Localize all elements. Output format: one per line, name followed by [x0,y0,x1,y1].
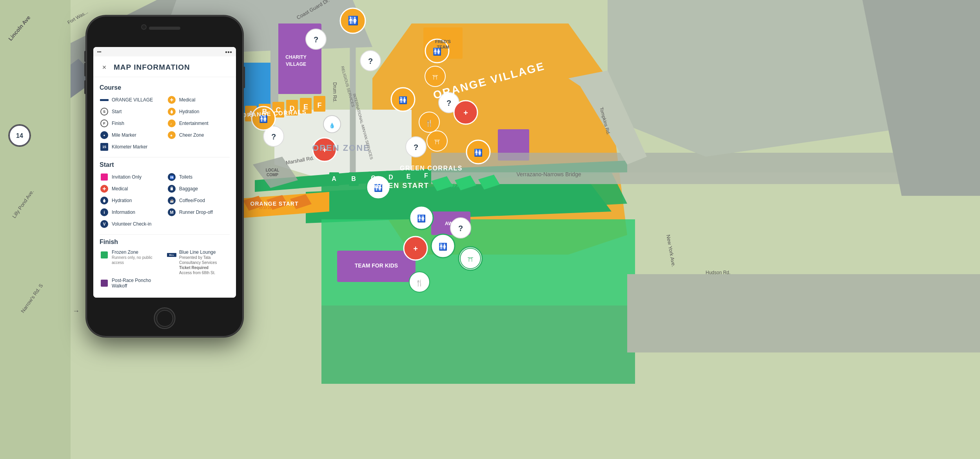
svg-text:LOCAL: LOCAL [266,168,279,172]
start-icon: S [100,107,109,116]
map-info-panel[interactable]: × MAP INFORMATION Course ORANGE V [93,56,236,298]
legend-finish: F Finish [100,119,162,128]
svg-text:+: + [463,108,468,117]
legend-baggage: Baggage [167,184,230,193]
frozen-zone-sub: Runners only, no public access [112,255,162,265]
divider-1 [100,157,230,157]
svg-text:B: B [262,108,267,116]
svg-text:CHARITY: CHARITY [285,54,306,60]
post-race-label: Post-Race Poncho Walkoff [112,278,162,289]
close-button[interactable]: × [100,63,109,72]
svg-text:B: B [351,175,356,182]
entertainment-icon: ♪ [167,119,176,128]
post-race-icon [100,278,109,288]
svg-text:🚻: 🚻 [439,242,448,251]
legend-medical-start: Medical [100,184,162,193]
svg-marker-26 [627,274,980,352]
svg-text:C: C [371,175,376,181]
legend-km-marker: 15 Kilometer Marker [100,142,162,152]
km-marker-icon: 15 [100,142,109,152]
svg-text:Verrazano-Narrows Bridge: Verrazano-Narrows Bridge [517,171,581,177]
coffee-food-label: Coffee/Food [179,198,205,203]
svg-text:?: ? [446,99,451,107]
medical-start-label: Medical [112,186,128,192]
cheer-zone-icon: ★ [167,130,176,140]
information-icon: i [100,208,109,217]
marathon-route-label: ORANGE VILLAGE [112,97,153,103]
mute-button [84,51,86,62]
svg-text:🚻: 🚻 [170,175,174,179]
volume-up-button [84,63,86,76]
status-signal: ●●● [225,50,232,54]
svg-text:⛩: ⛩ [468,256,474,263]
svg-text:A: A [332,175,336,182]
svg-text:C: C [276,106,281,114]
svg-text:E: E [407,173,411,180]
svg-text:🚻: 🚻 [399,96,408,105]
svg-rect-144 [171,187,172,188]
status-bar: ••• ●●● [93,47,236,56]
baggage-icon [167,184,176,193]
legend-cheer-zone: ★ Cheer Zone [167,130,230,140]
svg-text:⛩: ⛩ [434,139,440,145]
runner-dropoff-icon: M [167,208,176,217]
legend-coffee-food: ☕ Coffee/Food [167,196,230,205]
svg-text:GREEN CORRALS: GREEN CORRALS [400,165,463,172]
svg-text:VILLAGE: VILLAGE [286,61,306,67]
coffee-food-icon: ☕ [167,196,176,205]
frozen-zone-label: Frozen Zone [112,249,162,255]
hydration-icon [167,107,176,116]
finish-legend: Frozen Zone Runners only, no public acce… [100,249,230,289]
panel-header: × MAP INFORMATION [93,56,236,77]
invitation-only-label: Invitation Only [112,174,142,180]
home-button-inner [156,310,173,327]
volunteer-icon: V [100,219,109,229]
km-marker-label: Kilometer Marker [112,144,147,150]
svg-text:?: ? [414,143,418,152]
svg-text:?: ? [458,224,463,233]
home-button[interactable] [154,307,176,329]
legend-marathon-route: ORANGE VILLAGE [100,95,162,105]
legend-blue-line: BLL Blue Line Lounge Presented by Tata C… [167,249,230,275]
svg-text:TEAM: TEAM [437,45,449,49]
svg-text:A: A [249,110,254,117]
frozen-zone-icon [100,250,109,260]
svg-text:FRED'S: FRED'S [435,39,451,44]
section-title-course: Course [100,84,230,91]
blue-line-label: Blue Line Lounge [179,249,230,255]
svg-text:?: ? [368,57,373,65]
svg-text:GREEN START: GREEN START [370,182,429,190]
phone: ••• ●●● × MAP INFORMATION Course [86,16,243,337]
divider-2 [100,234,230,235]
legend-medical-course: Medical [167,95,230,105]
svg-text:Hudson Rd.: Hudson Rd. [706,270,730,275]
phone-camera [141,24,147,30]
legend-frozen-zone: Frozen Zone Runners only, no public acce… [100,249,162,275]
svg-text:D: D [290,105,295,112]
finish-icon: F [100,119,109,128]
svg-text:?: ? [271,132,276,141]
information-label: Information [112,210,135,215]
svg-text:⛩: ⛩ [432,74,438,81]
svg-text:TEAM FOR KIDS: TEAM FOR KIDS [355,262,398,269]
phone-speaker [149,27,180,30]
hydration-label: Hydration [179,109,199,114]
medical-start-icon [100,184,109,193]
svg-text:🚻: 🚻 [417,214,426,223]
runner-dropoff-label: Runner Drop-off [179,210,213,215]
legend-post-race: Post-Race Poncho Walkoff [100,278,162,289]
legend-hydration-start: Hydration [100,196,162,205]
svg-text:★: ★ [170,134,173,137]
phone-screen: ••• ●●● × MAP INFORMATION Course [93,47,236,298]
mile-marker-label: Mile Marker [112,132,136,138]
svg-rect-3 [0,0,71,459]
status-time: ••• [97,50,102,54]
svg-text:→: → [73,307,80,315]
svg-text:Drum Rd.: Drum Rd. [332,82,338,102]
svg-text:»»»: »»» [259,202,272,211]
svg-text:AWD: AWD [445,220,457,226]
medical-label: Medical [179,97,195,103]
svg-text:E: E [303,103,308,111]
toilets-label: Toilets [179,174,192,180]
invitation-only-icon [100,172,109,182]
